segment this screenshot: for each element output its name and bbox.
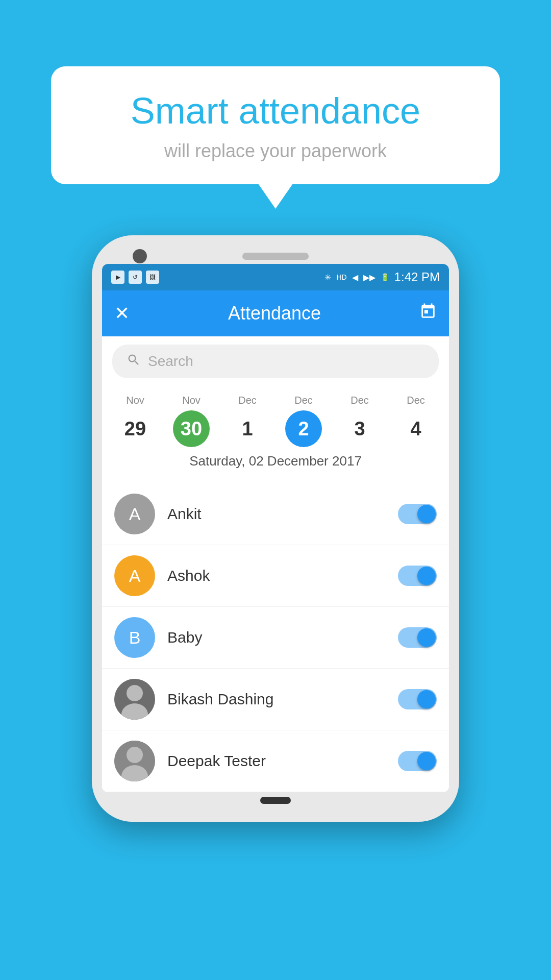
cal-day-number: 3 xyxy=(341,410,378,447)
cal-day-number: 30 xyxy=(173,410,210,447)
search-placeholder-text: Search xyxy=(148,353,193,370)
cal-day-number: 2 xyxy=(285,410,322,447)
calendar-day[interactable]: Nov29 xyxy=(112,395,158,447)
cal-month-label: Dec xyxy=(238,395,257,406)
phone-top xyxy=(102,247,449,264)
cal-month-label: Dec xyxy=(294,395,313,406)
avatar: A xyxy=(114,555,155,596)
icon-refresh: ↺ xyxy=(129,271,142,284)
calendar-button[interactable] xyxy=(419,303,437,324)
person-row: AAshok xyxy=(102,545,449,607)
close-button[interactable]: ✕ xyxy=(114,303,130,324)
svg-point-1 xyxy=(127,685,143,701)
cal-day-number: 4 xyxy=(397,410,434,447)
cal-month-label: Dec xyxy=(350,395,369,406)
person-row: Deepak Tester xyxy=(102,730,449,792)
camera-dot xyxy=(133,249,147,263)
cal-day-number: 1 xyxy=(229,410,266,447)
attendance-toggle[interactable] xyxy=(398,627,437,648)
icon-play: ▶ xyxy=(111,271,124,284)
attendance-toggle[interactable] xyxy=(398,504,437,524)
attendance-toggle[interactable] xyxy=(398,566,437,586)
person-name: Ashok xyxy=(167,567,386,584)
cal-month-label: Dec xyxy=(407,395,425,406)
calendar-day[interactable]: Dec2 xyxy=(281,395,327,447)
attendance-toggle[interactable] xyxy=(398,751,437,771)
speech-bubble: Smart attendance will replace your paper… xyxy=(51,66,500,184)
person-name: Ankit xyxy=(167,505,386,523)
search-bar[interactable]: Search xyxy=(112,345,439,378)
bubble-title: Smart attendance xyxy=(82,91,469,131)
attendance-toggle[interactable] xyxy=(398,689,437,709)
avatar xyxy=(114,679,155,720)
top-bar: ✕ Attendance xyxy=(102,290,449,336)
speaker-bar xyxy=(242,253,309,260)
search-icon xyxy=(127,353,141,371)
cal-month-label: Nov xyxy=(126,395,144,406)
icon-image: 🖼 xyxy=(146,271,159,284)
selected-date: Saturday, 02 December 2017 xyxy=(107,447,444,473)
status-time: 1:42 PM xyxy=(394,270,440,284)
calendar-day[interactable]: Nov30 xyxy=(168,395,214,447)
person-name: Baby xyxy=(167,629,386,646)
phone-mockup: ▶ ↺ 🖼 ✳ HD ◀ ▶▶ 🔋 1:42 PM ✕ Attendan xyxy=(92,235,459,822)
status-right: ✳ HD ◀ ▶▶ 🔋 1:42 PM xyxy=(324,270,440,284)
phone-screen: ▶ ↺ 🖼 ✳ HD ◀ ▶▶ 🔋 1:42 PM ✕ Attendan xyxy=(102,264,449,792)
people-list: AAnkitAAshokBBaby Bikash Dashing Deepak … xyxy=(102,483,449,792)
avatar: B xyxy=(114,617,155,658)
calendar-day[interactable]: Dec4 xyxy=(393,395,439,447)
calendar-strip: Nov29Nov30Dec1Dec2Dec3Dec4 Saturday, 02 … xyxy=(102,386,449,483)
app-title: Attendance xyxy=(228,303,321,324)
search-container: Search xyxy=(102,336,449,386)
avatar xyxy=(114,741,155,781)
person-name: Bikash Dashing xyxy=(167,691,386,708)
calendar-day[interactable]: Dec1 xyxy=(224,395,270,447)
status-bar: ▶ ↺ 🖼 ✳ HD ◀ ▶▶ 🔋 1:42 PM xyxy=(102,264,449,290)
person-row: Bikash Dashing xyxy=(102,669,449,730)
status-icons-left: ▶ ↺ 🖼 xyxy=(111,271,159,284)
person-name: Deepak Tester xyxy=(167,752,386,770)
cal-day-number: 29 xyxy=(117,410,154,447)
avatar: A xyxy=(114,494,155,534)
person-row: BBaby xyxy=(102,607,449,669)
home-indicator[interactable] xyxy=(260,797,291,804)
cal-month-label: Nov xyxy=(182,395,201,406)
calendar-day[interactable]: Dec3 xyxy=(337,395,383,447)
bubble-subtitle: will replace your paperwork xyxy=(82,140,469,162)
calendar-days: Nov29Nov30Dec1Dec2Dec3Dec4 xyxy=(107,395,444,447)
svg-point-4 xyxy=(127,747,143,763)
person-row: AAnkit xyxy=(102,483,449,545)
